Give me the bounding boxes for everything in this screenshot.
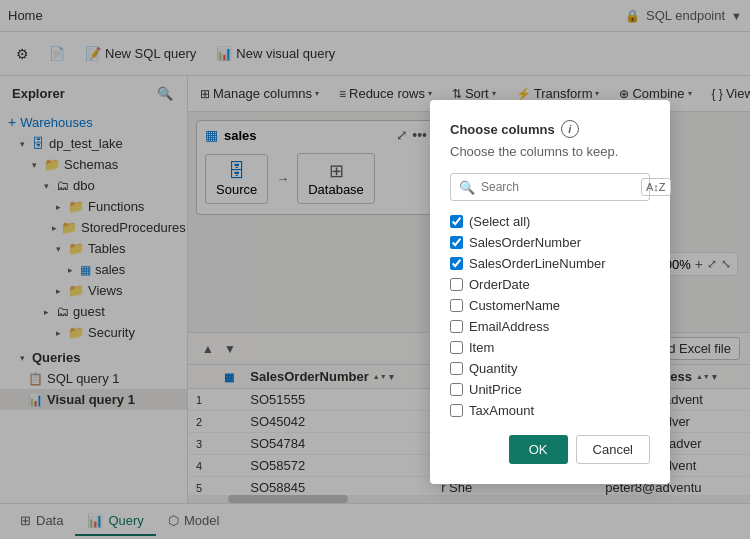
columns-search-input[interactable] <box>481 180 631 194</box>
column-label: Quantity <box>469 361 517 376</box>
info-icon[interactable]: i <box>561 120 579 138</box>
modal-actions: OK Cancel <box>450 435 650 464</box>
column-label: OrderDate <box>469 277 530 292</box>
column-checkbox[interactable] <box>450 362 463 375</box>
column-checkbox[interactable] <box>450 404 463 417</box>
column-label: UnitPrice <box>469 382 522 397</box>
column-list-item[interactable]: Item <box>450 337 650 358</box>
column-label: CustomerName <box>469 298 560 313</box>
column-checkbox[interactable] <box>450 278 463 291</box>
column-label: SalesOrderLineNumber <box>469 256 606 271</box>
choose-columns-modal: Choose columns i Choose the columns to k… <box>430 100 670 484</box>
column-label: Item <box>469 340 494 355</box>
column-checkbox[interactable] <box>450 383 463 396</box>
az-sort-button[interactable]: A↕Z <box>641 178 671 196</box>
cancel-button[interactable]: Cancel <box>576 435 650 464</box>
column-checkbox[interactable] <box>450 320 463 333</box>
column-label: SalesOrderNumber <box>469 235 581 250</box>
column-list-item[interactable]: CustomerName <box>450 295 650 316</box>
modal-title: Choose columns i <box>450 120 650 138</box>
column-checkbox[interactable] <box>450 215 463 228</box>
column-list-item[interactable]: TaxAmount <box>450 400 650 421</box>
column-label: EmailAddress <box>469 319 549 334</box>
column-list-item[interactable]: (Select all) <box>450 211 650 232</box>
column-checkbox[interactable] <box>450 299 463 312</box>
column-label: TaxAmount <box>469 403 534 418</box>
modal-subtitle: Choose the columns to keep. <box>450 144 650 159</box>
column-list-item[interactable]: SalesOrderNumber <box>450 232 650 253</box>
modal-search: 🔍 A↕Z <box>450 173 650 201</box>
modal-overlay: Choose columns i Choose the columns to k… <box>0 0 750 539</box>
search-icon: 🔍 <box>459 180 475 195</box>
column-list-item[interactable]: Quantity <box>450 358 650 379</box>
column-checkbox[interactable] <box>450 236 463 249</box>
column-label: (Select all) <box>469 214 530 229</box>
columns-list: (Select all)SalesOrderNumberSalesOrderLi… <box>450 211 650 421</box>
column-checkbox[interactable] <box>450 257 463 270</box>
column-checkbox[interactable] <box>450 341 463 354</box>
ok-button[interactable]: OK <box>509 435 568 464</box>
column-list-item[interactable]: UnitPrice <box>450 379 650 400</box>
column-list-item[interactable]: OrderDate <box>450 274 650 295</box>
column-list-item[interactable]: EmailAddress <box>450 316 650 337</box>
column-list-item[interactable]: SalesOrderLineNumber <box>450 253 650 274</box>
